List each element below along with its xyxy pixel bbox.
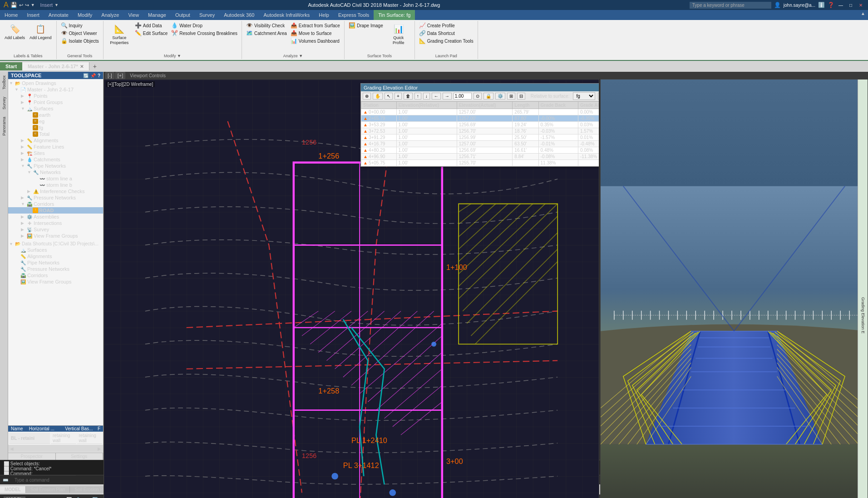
doctab-close[interactable]: ✕ bbox=[80, 64, 84, 69]
ts-sites[interactable]: ▶ 🏗️ Sites bbox=[8, 150, 103, 156]
ts-ds-view-frames[interactable]: 🖼️ View Frame Groups bbox=[8, 279, 103, 285]
btn-add-legend[interactable]: 📋 Add Legend bbox=[28, 22, 54, 41]
pt-btn-delete[interactable]: 🗑 bbox=[404, 93, 413, 100]
pt-btn-up[interactable]: ↑ bbox=[414, 93, 421, 100]
pt-btn-down[interactable]: ↓ bbox=[423, 93, 430, 100]
btab-model[interactable]: MODEL bbox=[0, 486, 26, 493]
ts-tab-settings[interactable]: Settings bbox=[56, 453, 104, 460]
btn-isolate-objects[interactable]: 🔒 Isolate Objects bbox=[59, 37, 100, 45]
btn-data-shortcut[interactable]: 🔗 Data Shortcut bbox=[418, 30, 475, 37]
pt-elevation-input[interactable] bbox=[454, 93, 472, 100]
viewport-plan[interactable]: [+][Top][2D Wireframe] bbox=[104, 79, 599, 498]
ts-surface-fg[interactable]: e fg bbox=[8, 124, 103, 131]
pt-btn-zoom[interactable]: ⊕ bbox=[363, 93, 371, 100]
table-row[interactable]: ▲4+96.90 1.00' 1256.71' 8.84' -0.08% -11… bbox=[361, 154, 600, 160]
ts-intersections[interactable]: ▶ ✚ Intersections bbox=[8, 220, 103, 226]
grading-e-label[interactable]: Grading Elevation E bbox=[860, 294, 866, 337]
pt-btn-grid[interactable]: ⊞ bbox=[507, 93, 515, 100]
ts-storm-b[interactable]: 〰️ storm line b bbox=[8, 182, 103, 188]
pt-btn-lock[interactable]: 🔒 bbox=[483, 93, 493, 100]
qat-undo[interactable]: ↩ bbox=[19, 2, 23, 8]
btn-visibility-check[interactable]: 👁️ Visibility Check bbox=[245, 22, 288, 29]
prop-scroll-left[interactable]: ◀ bbox=[8, 446, 15, 451]
win-maximize[interactable]: □ bbox=[847, 1, 854, 9]
pt-btn-pan[interactable]: ✋ bbox=[373, 93, 383, 100]
table-row[interactable]: ▲4+16.79 1.00' 1257.00' 63.50' -0.01% -0… bbox=[361, 141, 600, 147]
tab-tin-surface[interactable]: Tin Surface: fg bbox=[374, 10, 415, 20]
table-row[interactable]: ▲5+05.75 1.00' 1255.70' 11.38% Absolute … bbox=[361, 160, 600, 166]
win-close[interactable]: ✕ bbox=[857, 1, 864, 9]
table-row[interactable]: ▲3+91.29 1.00' 1256.99' 25.50' -1.57% 0.… bbox=[361, 134, 600, 141]
pt-btn-left[interactable]: ← bbox=[432, 93, 441, 100]
ts-icon2[interactable]: 📌 bbox=[90, 73, 96, 78]
pt-btn-layout[interactable]: ⊟ bbox=[517, 93, 525, 100]
title-search[interactable] bbox=[690, 2, 771, 9]
help-icon[interactable]: ❓ bbox=[828, 2, 834, 8]
civil3d-dropdown[interactable]: ▼ bbox=[54, 3, 59, 7]
btn-catchment-area[interactable]: 🗺️ Catchment Area bbox=[245, 30, 288, 37]
vp-btn-2[interactable]: [+] bbox=[115, 72, 126, 79]
btn-inquiry[interactable]: 🔍 Inquiry bbox=[59, 22, 100, 29]
btn-quick-profile[interactable]: 📊 Quick Profile bbox=[385, 22, 412, 46]
table-row[interactable]: ▲2+65.79 1.00' 1257.00' 87.80' -0.00% -0… bbox=[361, 115, 600, 122]
btn-add-data[interactable]: ➕ Add Data bbox=[133, 22, 169, 29]
ts-ds-corridors[interactable]: 🛣️ Corridors bbox=[8, 272, 103, 279]
btn-move-surface[interactable]: 📥 Move to Surface bbox=[289, 30, 341, 37]
tab-view[interactable]: View bbox=[123, 10, 143, 20]
tab-analyze[interactable]: Analyze bbox=[97, 10, 123, 20]
ts-ds-alignments[interactable]: 📏 Alignments bbox=[8, 253, 103, 259]
ts-pressure-networks[interactable]: ▶ 🔧 Pressure Networks bbox=[8, 194, 103, 201]
ts-road[interactable]: ! ROAD bbox=[8, 207, 103, 214]
btn-grading-creation[interactable]: 📐 Grading Creation Tools bbox=[418, 37, 475, 45]
pt-btn-settings[interactable]: ⚙️ bbox=[495, 93, 505, 100]
panorama-label[interactable]: Panorama bbox=[1, 113, 7, 139]
ts-open-drawings[interactable]: ▼ 📂 Open Drawings bbox=[8, 80, 103, 86]
btn-edit-surface[interactable]: ✏️ Edit Surface bbox=[133, 30, 169, 37]
command-input[interactable] bbox=[11, 475, 76, 484]
btab-soil-erosion[interactable]: Soil Erosion Plan bbox=[26, 486, 70, 493]
ts-ds-pressure[interactable]: 🔧 Pressure Networks bbox=[8, 266, 103, 272]
ts-ds-surfaces[interactable]: 🏔️ Surfaces bbox=[8, 247, 103, 253]
tab-insert[interactable]: Insert bbox=[22, 10, 44, 20]
pt-btn-select[interactable]: ↖ bbox=[385, 93, 393, 100]
btn-water-drop[interactable]: 💧 Water Drop bbox=[170, 22, 239, 29]
ts-storm-a[interactable]: 〰️ storm line a bbox=[8, 175, 103, 182]
pt-btn-snap[interactable]: ⊙ bbox=[473, 93, 482, 100]
tab-help[interactable]: Help bbox=[314, 10, 334, 20]
ts-corridors[interactable]: ▼ 🛣️ Corridors bbox=[8, 201, 103, 207]
tab-autodesk360[interactable]: Autodesk 360 bbox=[219, 10, 259, 20]
doctab-master[interactable]: Master - John 2-6-17* ✕ bbox=[22, 62, 89, 70]
table-row[interactable]: ▲3+72.53 1.00' 1256.70' 18.76' -0.03% 1.… bbox=[361, 128, 600, 134]
doctab-add[interactable]: + bbox=[89, 61, 100, 71]
table-row[interactable]: ▲4+80.29 1.00' 1256.69' 16.61' 0.48% 0.0… bbox=[361, 147, 600, 154]
prop-scroll-right[interactable]: ▶ bbox=[96, 446, 103, 451]
ts-surface-total[interactable]: e Total bbox=[8, 131, 103, 137]
ts-feature-lines[interactable]: ▶ 📏 Feature Lines bbox=[8, 144, 103, 150]
survey-label[interactable]: Survey bbox=[1, 93, 7, 113]
table-row[interactable]: ▲3+53.29 1.00' 1256.69' 19.24' 0.35% 0.0… bbox=[361, 122, 600, 128]
btn-surface-properties[interactable]: 📐 Surface Properties bbox=[106, 22, 133, 46]
pt-btn-surface-browse[interactable]: 📂 bbox=[598, 93, 599, 100]
ts-surface-eg[interactable]: e eg bbox=[8, 118, 103, 124]
btn-create-profile[interactable]: 📈 Create Profile bbox=[418, 22, 475, 29]
tab-home[interactable]: Home bbox=[0, 10, 22, 20]
tab-survey[interactable]: Survey bbox=[195, 10, 219, 20]
table-row[interactable]: ▲0+00.00 1.00' 1257.00' 265.79' 0.00% Re… bbox=[361, 109, 600, 115]
ts-pipe-networks[interactable]: ▼ 🔧 Pipe Networks bbox=[8, 163, 103, 169]
ts-alignments[interactable]: ▶ 📏 Alignments bbox=[8, 137, 103, 144]
vp-btn-1[interactable]: [-] bbox=[105, 72, 114, 79]
pt-btn-right[interactable]: → bbox=[443, 93, 452, 100]
ts-points[interactable]: ▶ 📍 Points bbox=[8, 93, 103, 99]
surface-select[interactable]: fg eg earth bbox=[573, 92, 595, 100]
qat-dropdown[interactable]: ▼ bbox=[31, 3, 35, 7]
ts-networks[interactable]: ▼ 🔧 Networks bbox=[8, 169, 103, 175]
ts-interference[interactable]: ▶ ⚠️ Interference Checks bbox=[8, 188, 103, 194]
ts-survey[interactable]: ▶ 📡 Survey bbox=[8, 226, 103, 233]
ts-data-shortcuts[interactable]: ▼ 📂 Data Shortcuts [C:\Civil 3D Projects… bbox=[8, 241, 103, 247]
tab-infraworks[interactable]: Autodesk InfraWorks bbox=[259, 10, 314, 20]
win-minimize[interactable]: — bbox=[837, 1, 844, 9]
btn-volumes-dashboard[interactable]: 📊 Volumes Dashboard bbox=[289, 37, 341, 45]
ts-surface-earth[interactable]: e earth bbox=[8, 112, 103, 118]
ts-surfaces[interactable]: ▼ 🏔️ Surfaces bbox=[8, 105, 103, 112]
ts-master-drawing[interactable]: ▼ 📄 Master - John 2-6-17 bbox=[8, 86, 103, 93]
